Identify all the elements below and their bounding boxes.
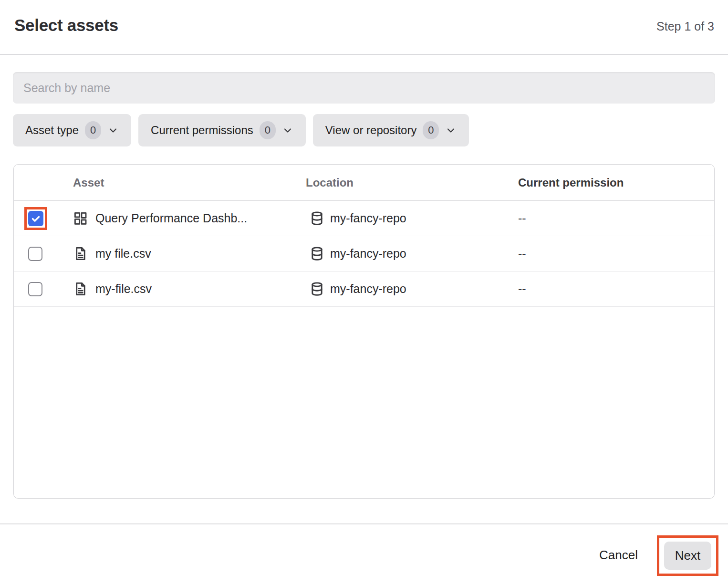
column-header-location: Location (306, 176, 354, 189)
file-icon (73, 246, 88, 261)
filter-current-permissions[interactable]: Current permissions 0 (138, 114, 306, 146)
filter-asset-type[interactable]: Asset type 0 (13, 114, 131, 146)
chevron-down-icon (445, 125, 457, 136)
filter-count-badge: 0 (260, 121, 276, 139)
footer-divider (0, 523, 728, 524)
database-icon (310, 246, 324, 261)
table-row[interactable]: my file.csv my-fancy-repo -- (14, 236, 714, 272)
row-checkbox-unchecked[interactable] (28, 282, 42, 296)
filter-label: View or repository (325, 124, 417, 137)
next-button[interactable]: Next (664, 542, 711, 570)
asset-name: my-file.csv (95, 282, 152, 296)
column-header-permission: Current permission (518, 176, 624, 189)
search-input[interactable] (13, 72, 715, 104)
step-indicator: Step 1 of 3 (656, 20, 714, 33)
file-icon (73, 282, 88, 296)
asset-name: Query Performance Dashb... (95, 211, 247, 225)
column-header-asset: Asset (73, 176, 104, 189)
cancel-button[interactable]: Cancel (599, 548, 638, 563)
database-icon (310, 211, 324, 226)
annotation-highlight (24, 207, 47, 230)
asset-location: my-fancy-repo (330, 282, 406, 296)
asset-name: my file.csv (95, 247, 151, 261)
row-checkbox-checked[interactable] (28, 211, 43, 226)
asset-permission: -- (518, 282, 526, 296)
annotation-highlight: Next (657, 535, 718, 576)
checkmark-icon (30, 213, 42, 224)
filter-label: Current permissions (151, 124, 253, 137)
table-header-row: Asset Location Current permission (14, 165, 714, 201)
filter-count-badge: 0 (85, 121, 101, 139)
database-icon (310, 282, 324, 296)
page-title: Select assets (14, 16, 118, 35)
chevron-down-icon (107, 125, 119, 136)
asset-permission: -- (518, 211, 526, 225)
row-checkbox-unchecked[interactable] (28, 247, 42, 261)
filter-label: Asset type (25, 124, 79, 137)
chevron-down-icon (282, 125, 293, 136)
filter-bar: Asset type 0 Current permissions 0 View … (13, 114, 469, 146)
table-row[interactable]: my-file.csv my-fancy-repo -- (14, 272, 714, 307)
dashboard-icon (73, 211, 88, 226)
filter-count-badge: 0 (423, 121, 439, 139)
asset-permission: -- (518, 247, 526, 261)
header-divider (0, 54, 728, 55)
table-row[interactable]: Query Performance Dashb... my-fancy-repo… (14, 201, 714, 236)
asset-location: my-fancy-repo (330, 211, 406, 225)
asset-location: my-fancy-repo (330, 247, 406, 261)
asset-table: Asset Location Current permission Query … (13, 164, 715, 499)
filter-view-or-repository[interactable]: View or repository 0 (313, 114, 469, 146)
